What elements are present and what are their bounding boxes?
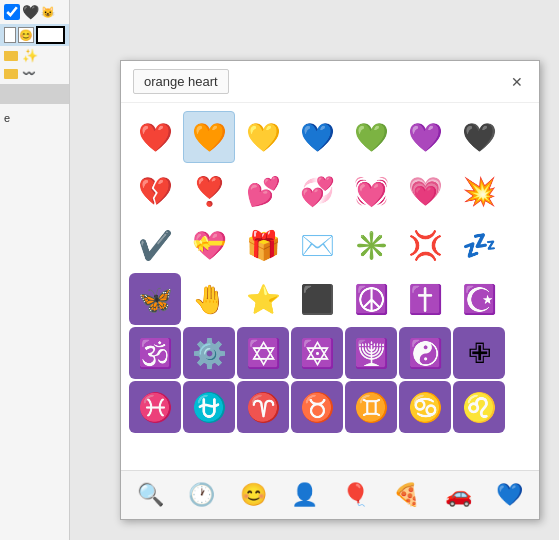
nav-smileys[interactable]: 😊 <box>235 477 271 513</box>
emoji-dotted-star[interactable]: 🔯 <box>291 327 343 379</box>
nav-people[interactable]: 👤 <box>286 477 322 513</box>
tooltip-text: orange heart <box>144 74 218 89</box>
emoji-two-hearts[interactable]: 💕 <box>237 165 289 217</box>
sidebar-checkbox[interactable] <box>4 4 20 20</box>
emoji-pisces[interactable]: ♓ <box>129 381 181 433</box>
sidebar: 🖤 😺 😊 ✨ 〰️ e <box>0 0 70 540</box>
emoji-gift[interactable]: 🎁 <box>237 219 289 271</box>
picker-header: orange heart ✕ <box>121 61 539 103</box>
nav-search[interactable]: 🔍 <box>133 477 169 513</box>
emoji-purple-heart[interactable]: 💜 <box>399 111 451 163</box>
emoji-om[interactable]: 🕉️ <box>129 327 181 379</box>
emoji-menorah[interactable]: 🕎 <box>345 327 397 379</box>
emoji-star-of-david[interactable]: ✡️ <box>237 327 289 379</box>
sidebar-top: 🖤 😺 <box>0 0 69 24</box>
close-button[interactable]: ✕ <box>507 72 527 92</box>
emoji-taurus[interactable]: ♉ <box>291 381 343 433</box>
sidebar-label-1: ✨ <box>22 48 38 63</box>
emoji-picker: orange heart ✕ ❤️ 🧡 💛 💙 💚 💜 🖤 💔 ❣️ 💕 <box>120 60 540 520</box>
sidebar-row-1: ✨ <box>0 46 69 65</box>
emoji-ophiuchus[interactable]: ⛎ <box>183 381 235 433</box>
emoji-black-oval[interactable]: ⬛ <box>291 273 343 325</box>
emoji-star[interactable]: ⭐ <box>237 273 289 325</box>
emoji-yin-yang[interactable]: ☯️ <box>399 327 451 379</box>
small-folder-2 <box>4 69 18 79</box>
emoji-leo[interactable]: ♌ <box>453 381 505 433</box>
emoji-angry[interactable]: 💢 <box>399 219 451 271</box>
emoji-sparkling-heart[interactable]: 💗 <box>399 165 451 217</box>
emoji-crescent[interactable]: ☪️ <box>453 273 505 325</box>
emoji-exclaim-heart[interactable]: ❣️ <box>183 165 235 217</box>
emoji-cross[interactable]: ✝️ <box>399 273 451 325</box>
face-tab-icon: 😊 <box>18 27 34 43</box>
emoji-row-6: ♓ ⛎ ♈ ♉ ♊ ♋ ♌ <box>129 381 531 433</box>
emoji-cancer[interactable]: ♋ <box>399 381 451 433</box>
emoji-revolving-hearts[interactable]: 💞 <box>291 165 343 217</box>
emoji-cross-circle[interactable]: ✙ <box>453 327 505 379</box>
nav-symbols[interactable]: 💙 <box>491 477 527 513</box>
main-wrapper: 🖤 😺 😊 ✨ 〰️ e orange heart <box>0 0 559 540</box>
emoji-broken-heart[interactable]: 💔 <box>129 165 181 217</box>
emoji-row-4: 🦋 🤚 ⭐ ⬛ ☮️ ✝️ ☪️ <box>129 273 531 325</box>
sidebar-icon-row: 😊 <box>0 24 69 46</box>
nav-activities[interactable]: 🎈 <box>338 477 374 513</box>
emoji-sparkle[interactable]: ✳️ <box>345 219 397 271</box>
sidebar-label-2: 〰️ <box>22 67 36 80</box>
emoji-heart-ribbon[interactable]: 💝 <box>183 219 235 271</box>
emoji-collision[interactable]: 💥 <box>453 165 505 217</box>
emoji-aries[interactable]: ♈ <box>237 381 289 433</box>
emoji-blue-heart[interactable]: 💙 <box>291 111 343 163</box>
sidebar-row-2: 〰️ <box>0 65 69 82</box>
emoji-grid: ❤️ 🧡 💛 💙 💚 💜 🖤 💔 ❣️ 💕 💞 💓 💗 💥 ✔️ <box>121 103 539 470</box>
tab-input[interactable] <box>36 26 65 44</box>
wave-icon: 〰️ <box>22 67 36 80</box>
emoji-zzz[interactable]: 💤 <box>453 219 505 271</box>
nav-travel[interactable]: 🚗 <box>440 477 476 513</box>
nav-food[interactable]: 🍕 <box>389 477 425 513</box>
sidebar-icons: 🖤 😺 <box>22 4 55 20</box>
emoji-yellow-heart[interactable]: 💛 <box>237 111 289 163</box>
small-folder-1 <box>4 51 18 61</box>
emoji-beating-heart[interactable]: 💓 <box>345 165 397 217</box>
tooltip-box: orange heart <box>133 69 229 94</box>
emoji-row-2: 💔 ❣️ 💕 💞 💓 💗 💥 <box>129 165 531 217</box>
emoji-butterfly[interactable]: 🦋 <box>129 273 181 325</box>
sidebar-item-e: e <box>0 106 69 130</box>
emoji-row-1: ❤️ 🧡 💛 💙 💚 💜 🖤 <box>129 111 531 163</box>
heart-icon: 🖤 <box>22 4 39 20</box>
emoji-green-heart[interactable]: 💚 <box>345 111 397 163</box>
emoji-row-5: 🕉️ ⚙️ ✡️ 🔯 🕎 ☯️ ✙ <box>129 327 531 379</box>
emoji-orange-heart[interactable]: 🧡 <box>183 111 235 163</box>
emoji-gemini[interactable]: ♊ <box>345 381 397 433</box>
emoji-peace[interactable]: ☮️ <box>345 273 397 325</box>
sparkle-icon: ✨ <box>22 48 38 63</box>
emoji-check[interactable]: ✔️ <box>129 219 181 271</box>
close-icon: ✕ <box>511 74 523 90</box>
picker-nav: 🔍 🕐 😊 👤 🎈 🍕 🚗 💙 <box>121 470 539 519</box>
face-icon: 😺 <box>41 6 55 19</box>
tab-icon <box>4 27 16 43</box>
emoji-envelope[interactable]: ✉️ <box>291 219 343 271</box>
emoji-row-3: ✔️ 💝 🎁 ✉️ ✳️ 💢 💤 <box>129 219 531 271</box>
emoji-black-heart[interactable]: 🖤 <box>453 111 505 163</box>
nav-recent[interactable]: 🕐 <box>184 477 220 513</box>
emoji-red-heart[interactable]: ❤️ <box>129 111 181 163</box>
sidebar-scroll-bar <box>0 84 69 104</box>
emoji-hand[interactable]: 🤚 <box>183 273 235 325</box>
emoji-wheel[interactable]: ⚙️ <box>183 327 235 379</box>
